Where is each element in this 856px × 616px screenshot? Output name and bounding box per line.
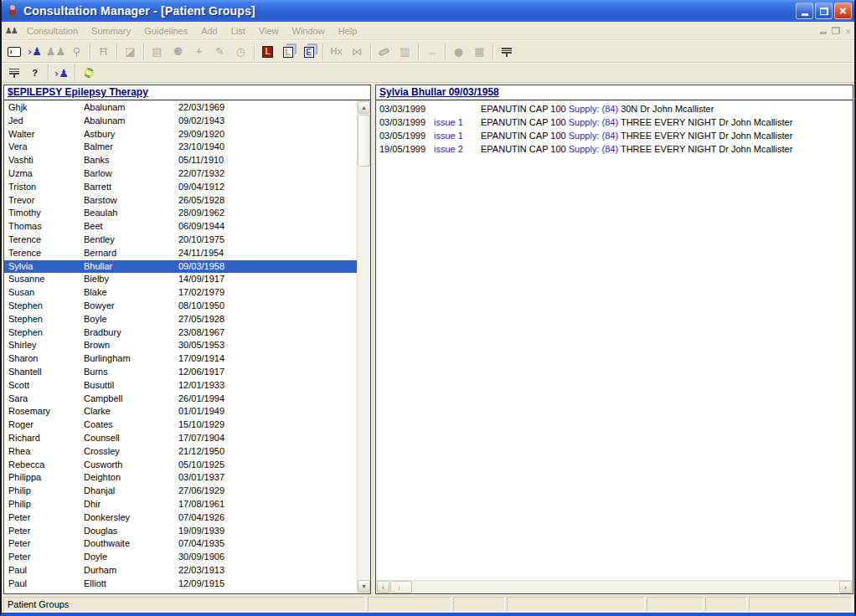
menu-item-list[interactable]: List: [224, 24, 252, 38]
history-icon[interactable]: Hx: [326, 43, 347, 61]
patient-row[interactable]: PhilipDhanjal27/06/1929: [4, 485, 357, 498]
patient-row[interactable]: RogerCoates15/10/1929: [4, 418, 357, 432]
patient-row[interactable]: PaulDurham22/03/1913: [4, 564, 357, 578]
menu-item-view[interactable]: View: [252, 24, 286, 38]
patient-row[interactable]: PeterDouthwaite07/04/1935: [4, 537, 357, 551]
patient-row[interactable]: SaraCampbell26/01/1994: [4, 393, 357, 406]
select-console-icon[interactable]: ›: [3, 43, 24, 61]
patient-surname: Abalunam: [84, 115, 178, 128]
patient-row[interactable]: VeraBalmer23/10/1940: [4, 141, 357, 154]
patient-row[interactable]: StephenBowyer08/10/1950: [4, 300, 357, 313]
scroll-up-icon[interactable]: ▲: [358, 101, 370, 114]
links-icon[interactable]: ⋈: [347, 43, 368, 61]
close-button[interactable]: [834, 3, 852, 19]
hscrollbar-thumb[interactable]: [390, 581, 412, 593]
minimize-icon: [802, 13, 808, 16]
help-icon[interactable]: ?: [24, 64, 45, 82]
more-options-icon[interactable]: ...: [421, 43, 442, 61]
eraser-icon[interactable]: ◪: [120, 43, 141, 61]
patient-row[interactable]: PhilipDhir17/08/1961: [4, 498, 357, 511]
patient-dob: 01/01/1949: [178, 405, 357, 418]
scroll-right-icon[interactable]: ›: [839, 581, 852, 593]
patient-row[interactable]: PeterDoyle30/09/1906: [4, 551, 357, 564]
menu-item-window[interactable]: Window: [286, 24, 332, 38]
record-icon[interactable]: ●: [448, 43, 469, 61]
patient-row[interactable]: ScottBusuttil12/01/1933: [4, 379, 357, 393]
patient-first-name: Vera: [4, 141, 84, 154]
dock-toolbar-icon[interactable]: [496, 43, 517, 61]
patient-list-scrollbar[interactable]: ▲ ▼: [357, 100, 370, 593]
patient-row[interactable]: RichardCounsell17/07/1904: [4, 432, 357, 445]
examination-records-icon[interactable]: E: [299, 43, 320, 61]
prescription-row[interactable]: 03/03/1999EPANUTIN CAP 100 Supply: (84) …: [376, 102, 853, 116]
patient-row[interactable]: TerenceBernard24/11/1954: [4, 247, 357, 260]
patient-row[interactable]: TrevorBarstow26/05/1928: [4, 194, 357, 208]
patient-row[interactable]: TimothyBeaulah28/09/1962: [4, 207, 357, 220]
menu-item-add[interactable]: Add: [194, 24, 224, 38]
patient-first-name: Paul: [4, 578, 84, 591]
find-patient-icon[interactable]: ⚲: [66, 43, 87, 61]
patient-row[interactable]: PeterDouglas19/09/1939: [4, 525, 357, 538]
patient-groups-icon[interactable]: ♟♟: [45, 43, 66, 61]
patient-row[interactable]: StephenBoyle27/05/1928: [4, 313, 357, 326]
patient-surname: Bhullar: [84, 260, 178, 274]
patient-row[interactable]: SusanBlake17/02/1979: [4, 286, 357, 300]
patient-row[interactable]: TerenceBentley20/10/1975: [4, 234, 357, 247]
patient-dob: 23/08/1967: [178, 326, 357, 340]
patient-row[interactable]: GhjkAbalunam22/03/1969: [4, 101, 357, 115]
patient-surname: Bradbury: [84, 326, 178, 340]
scrollbar-thumb[interactable]: [358, 115, 370, 167]
detail-horizontal-scrollbar[interactable]: ‹ ›: [376, 580, 853, 593]
menu-item-summary[interactable]: Summary: [85, 24, 137, 38]
therapy-records-icon[interactable]: L: [278, 43, 299, 61]
patient-row[interactable]: RosemaryClarke01/01/1949: [4, 405, 357, 418]
patient-first-name: Roger: [4, 418, 84, 432]
patient-first-name: Terence: [4, 247, 84, 260]
audit-trail-icon[interactable]: ◷: [230, 43, 251, 61]
mdi-restore-icon[interactable]: [832, 27, 840, 34]
scroll-down-icon[interactable]: ▼: [358, 580, 370, 593]
patient-row[interactable]: PaulElliott12/09/1915: [4, 578, 357, 591]
patient-row[interactable]: UzmaBarlow22/07/1932: [4, 167, 357, 181]
patient-row[interactable]: JedAbalunam09/02/1943: [4, 115, 357, 128]
menu-item-consultation[interactable]: Consultation: [20, 24, 85, 38]
mdi-minimize-icon[interactable]: [820, 32, 827, 34]
journal-icon[interactable]: ▤: [147, 43, 168, 61]
patient-row[interactable]: RebeccaCusworth05/10/1925: [4, 459, 357, 472]
patient-row[interactable]: VashtiBanks05/11/1910: [4, 154, 357, 167]
restore-button[interactable]: [815, 3, 833, 19]
patient-row[interactable]: StephenBradbury23/08/1967: [4, 326, 357, 340]
minimize-button[interactable]: [796, 3, 813, 19]
prescription-pill-icon[interactable]: [374, 43, 394, 61]
mdi-close-icon[interactable]: [845, 23, 851, 38]
lifestyle-icon[interactable]: ⚈: [168, 43, 188, 61]
menu-item-guidelines[interactable]: Guidelines: [137, 24, 194, 38]
prescription-row[interactable]: 19/05/1999issue 2EPANUTIN CAP 100 Supply…: [376, 142, 853, 156]
patient-row[interactable]: RheaCrossley21/12/1950: [4, 445, 357, 459]
consultation-icon[interactable]: Ħ: [93, 43, 114, 61]
select-patient-icon[interactable]: ›♟: [51, 64, 72, 82]
patient-row[interactable]: ThomasBeet06/09/1944: [4, 220, 357, 234]
prescription-row[interactable]: 03/03/1999issue 1EPANUTIN CAP 100 Supply…: [376, 116, 853, 129]
patient-dob: 05/10/1925: [178, 459, 357, 472]
notepad-icon[interactable]: ▥: [394, 43, 415, 61]
keyboard-icon[interactable]: ▦: [469, 43, 490, 61]
add-entry-icon[interactable]: +: [188, 43, 209, 61]
menu-item-help[interactable]: Help: [332, 24, 364, 38]
patient-row[interactable]: TristonBarrett09/04/1912: [4, 181, 357, 194]
medical-record-icon[interactable]: L: [257, 43, 278, 61]
patient-row[interactable]: SharonBurlingham17/09/1914: [4, 352, 357, 366]
patient-row[interactable]: SusanneBielby14/09/1917: [4, 273, 357, 286]
patient-row[interactable]: ShirleyBrown30/05/1953: [4, 339, 357, 352]
scroll-left-icon[interactable]: ‹: [377, 581, 389, 593]
prescription-row[interactable]: 03/05/1999issue 1EPANUTIN CAP 100 Supply…: [376, 129, 853, 142]
pen-icon[interactable]: ✎: [209, 43, 230, 61]
patient-row[interactable]: PeterDonkersley07/04/1926: [4, 511, 357, 525]
select-patient-icon[interactable]: ›♟: [24, 43, 45, 61]
patient-row[interactable]: WalterAstbury29/09/1920: [4, 128, 357, 141]
patient-row[interactable]: SylviaBhullar09/03/1958: [4, 260, 357, 274]
refresh-icon[interactable]: [78, 64, 99, 82]
patient-row[interactable]: ShantellBurns12/06/1917: [4, 366, 357, 379]
dock-toolbar-icon[interactable]: [3, 64, 24, 82]
patient-row[interactable]: PhilippaDeighton03/01/1937: [4, 471, 357, 485]
